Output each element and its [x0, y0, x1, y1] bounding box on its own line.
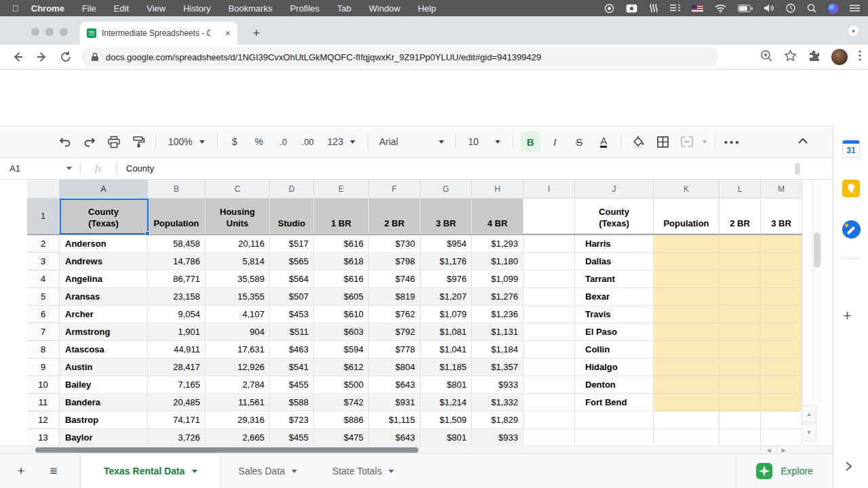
cell-L3[interactable] — [719, 253, 761, 270]
cell-D7[interactable]: $511 — [270, 323, 314, 341]
redo-button[interactable] — [79, 131, 100, 152]
borders-button[interactable] — [652, 131, 673, 152]
menubar-item-bookmarks[interactable]: Bookmarks — [229, 3, 273, 14]
cell-A12[interactable]: Bastrop — [60, 411, 148, 429]
cell-D3[interactable]: $565 — [270, 253, 314, 270]
cell-M5[interactable] — [761, 288, 802, 306]
cell-K12[interactable] — [654, 411, 719, 429]
cell-L5[interactable] — [719, 288, 761, 306]
row-header-5[interactable]: 5 — [27, 288, 60, 306]
cell-K3[interactable] — [654, 253, 719, 270]
menubar-item-window[interactable]: Window — [369, 3, 400, 14]
column-header-J[interactable]: J — [575, 180, 654, 199]
sheet-tab-state-totals[interactable]: State Totals — [315, 454, 412, 488]
column-header-M[interactable]: M — [761, 180, 802, 199]
column-header-C[interactable]: C — [205, 180, 270, 199]
cell-A8[interactable]: Atascosa — [60, 341, 148, 359]
screen-record-icon[interactable] — [604, 3, 614, 14]
cell-F13[interactable]: $643 — [369, 429, 420, 447]
cell-B3[interactable]: 14,786 — [148, 253, 205, 270]
cell-H2[interactable]: $1,293 — [472, 235, 524, 253]
horizontal-scrollbar[interactable]: ◀ ▶ — [0, 445, 833, 453]
cell-A1[interactable]: County (Texas) — [60, 199, 148, 234]
cell-J13[interactable] — [575, 429, 654, 447]
cell-H12[interactable]: $1,829 — [472, 411, 524, 429]
cell-J9[interactable]: Hidalgo — [575, 359, 654, 376]
cell-A2[interactable]: Anderson — [60, 235, 148, 253]
scroll-right-button[interactable]: ▶ — [776, 446, 791, 453]
cell-B8[interactable]: 44,911 — [148, 341, 205, 359]
cell-C7[interactable]: 904 — [205, 323, 270, 341]
cell-J10[interactable]: Denton — [575, 376, 654, 394]
row-header-3[interactable]: 3 — [27, 253, 60, 270]
scroll-down-button[interactable]: ▼ — [802, 424, 816, 441]
cell-K10[interactable] — [654, 376, 719, 394]
text-color-button[interactable]: A — [593, 131, 614, 152]
cell-I12[interactable] — [524, 411, 575, 429]
new-tab-button[interactable]: + — [248, 25, 264, 41]
cell-L6[interactable] — [719, 306, 761, 323]
cell-C10[interactable]: 2,784 — [205, 376, 270, 394]
camera-icon[interactable] — [626, 4, 637, 13]
cell-F1[interactable]: 2 BR — [369, 199, 420, 234]
cell-G12[interactable]: $1,509 — [420, 411, 472, 429]
cell-D10[interactable]: $455 — [270, 376, 314, 394]
cell-M6[interactable] — [761, 306, 802, 323]
cell-M13[interactable] — [761, 429, 802, 447]
print-button[interactable] — [104, 131, 124, 152]
cell-C1[interactable]: Housing Units — [205, 199, 270, 234]
cell-E3[interactable]: $618 — [314, 253, 369, 270]
cell-J12[interactable] — [575, 411, 654, 429]
spotlight-icon[interactable] — [807, 3, 816, 13]
cell-L10[interactable] — [719, 376, 761, 394]
number-format-button[interactable]: 123 — [322, 131, 361, 152]
cell-A10[interactable]: Bailey — [60, 376, 148, 394]
browser-tab[interactable]: Intermediate Spreadsheets - G × — [80, 22, 237, 45]
increase-decimal-button[interactable]: .00 — [298, 131, 318, 152]
cell-I10[interactable] — [524, 376, 575, 394]
cell-A6[interactable]: Archer — [60, 306, 148, 323]
menubar-item-help[interactable]: Help — [418, 3, 436, 14]
fill-color-button[interactable] — [628, 131, 648, 152]
add-sheet-button[interactable]: + — [9, 460, 33, 483]
row-header-7[interactable]: 7 — [27, 323, 60, 341]
font-family-select[interactable]: Arial — [375, 131, 448, 152]
cell-K7[interactable] — [654, 323, 719, 341]
keyboard-flag-icon[interactable] — [692, 5, 703, 12]
cell-G13[interactable]: $801 — [420, 429, 472, 447]
cell-B10[interactable]: 7,165 — [148, 376, 205, 394]
cell-A7[interactable]: Armstrong — [60, 323, 148, 341]
cell-I5[interactable] — [524, 288, 575, 306]
cell-F8[interactable]: $778 — [369, 341, 420, 359]
all-sheets-button[interactable]: ≡ — [42, 460, 65, 483]
cell-L4[interactable] — [719, 270, 761, 288]
cell-L7[interactable] — [719, 323, 761, 341]
tab-close-icon[interactable]: × — [225, 28, 231, 39]
cell-M10[interactable] — [761, 376, 802, 394]
cell-H3[interactable]: $1,180 — [472, 253, 524, 270]
cell-I1[interactable] — [524, 199, 575, 234]
cell-G11[interactable]: $1,214 — [420, 394, 472, 411]
cell-M9[interactable] — [761, 359, 802, 376]
cell-B1[interactable]: Population — [148, 199, 205, 234]
strikethrough-button[interactable]: S — [569, 131, 589, 152]
column-header-A[interactable]: A — [60, 180, 148, 199]
cell-J2[interactable]: Harris — [575, 235, 654, 253]
menubar-item-chrome[interactable]: Chrome — [31, 3, 64, 14]
battery-icon[interactable] — [738, 5, 753, 12]
cell-G4[interactable]: $976 — [420, 270, 472, 288]
row-header-6[interactable]: 6 — [27, 306, 60, 323]
paint-format-button[interactable] — [128, 131, 149, 152]
row-header-11[interactable]: 11 — [27, 394, 60, 411]
row-header-8[interactable]: 8 — [27, 341, 60, 359]
cell-B13[interactable]: 3,726 — [148, 429, 205, 447]
cell-L13[interactable] — [719, 429, 761, 447]
menubar-item-file[interactable]: File — [82, 3, 96, 14]
cell-I13[interactable] — [524, 429, 575, 447]
cell-D12[interactable]: $723 — [270, 411, 314, 429]
column-header-H[interactable]: H — [472, 180, 524, 199]
cell-B6[interactable]: 9,054 — [148, 306, 205, 323]
cell-D4[interactable]: $564 — [270, 270, 314, 288]
cell-L11[interactable] — [719, 394, 761, 411]
scroll-left-button[interactable]: ◀ — [761, 446, 776, 453]
